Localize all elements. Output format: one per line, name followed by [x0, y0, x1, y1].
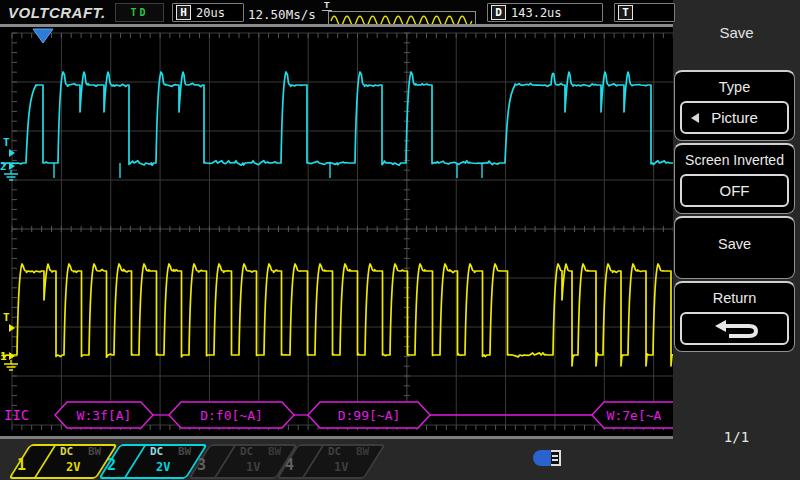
menu-title: Save — [673, 24, 800, 41]
channel-1-coupling: DC — [60, 445, 73, 458]
ch2-trigger-level-label: T — [3, 136, 10, 149]
channel-2-bandwidth: BW — [178, 445, 191, 458]
bottom-separator — [0, 436, 673, 439]
channel-3-coupling: DC — [240, 445, 253, 458]
channel-3-bandwidth: BW — [268, 445, 281, 458]
screen-inverted-label: Screen Inverted — [675, 147, 794, 174]
channel-3-number: 3 — [197, 456, 206, 474]
delay-readout: D 143.2us — [487, 3, 603, 22]
acquisition-mode-badge: TD — [115, 3, 164, 22]
timebase-value: 20us — [196, 6, 225, 20]
channel-1-scale: 2V — [66, 460, 80, 474]
top-separator — [0, 24, 673, 27]
channel-3-scale: 1V — [246, 460, 260, 474]
decode-frame-label: W:7e[~A — [607, 408, 662, 423]
chevron-left-icon — [691, 113, 699, 123]
channel-4-bandwidth: BW — [356, 445, 369, 458]
sample-rate: 12.50Ms/s — [248, 7, 316, 22]
horizontal-timebase-readout: H 20us — [172, 3, 244, 22]
trigger-position-t-label: T — [322, 0, 332, 11]
decode-frame-label: D:f0[~A] — [200, 408, 263, 423]
menu-section-type: Type Picture — [674, 70, 795, 141]
channel-4-number: 4 — [285, 456, 294, 474]
return-arrow-icon — [709, 319, 761, 339]
menu-page-indicator: 1/1 — [673, 429, 800, 445]
channel-2-badge[interactable]: 2 DC BW 2V — [120, 444, 204, 475]
return-label: Return — [675, 285, 794, 312]
menu-section-return: Return — [674, 281, 795, 352]
menu-section-save: Save — [674, 216, 795, 279]
channel-4-badge[interactable]: 4 DC BW 1V — [298, 444, 382, 475]
oscilloscope-screen: { "colors": { "ch1_yellow": "#f0e900", "… — [0, 0, 800, 480]
channel-2-scale: 2V — [156, 460, 170, 474]
channel-2-number: 2 — [107, 456, 116, 474]
return-button[interactable] — [680, 312, 789, 345]
delay-key-icon: D — [491, 5, 506, 20]
trigger-readout: T — [614, 3, 675, 22]
screen-inverted-off-button[interactable]: OFF — [680, 174, 789, 207]
ch1-trigger-level-label: T — [3, 311, 10, 324]
type-label: Type — [675, 74, 794, 101]
delay-value: 143.2us — [511, 6, 562, 20]
decode-frame-label: W:3f[A] — [77, 408, 132, 423]
channel-4-scale: 1V — [334, 460, 348, 474]
decode-frame-label: D:99[~A] — [338, 408, 401, 423]
channel-1-badge[interactable]: 1 DC BW 2V — [30, 444, 114, 475]
ch1-ground-label: 1 — [0, 350, 7, 363]
horizontal-key-icon: H — [176, 5, 191, 20]
save-action-label[interactable]: Save — [675, 220, 794, 272]
type-picture-button[interactable]: Picture — [680, 101, 789, 134]
trigger-key-icon: T — [618, 5, 633, 20]
menu-section-screen-inverted: Screen Inverted OFF — [674, 143, 795, 214]
decode-bus-label: IIC — [4, 407, 29, 423]
channel-2-coupling: DC — [150, 445, 163, 458]
usb-device-icon — [533, 450, 561, 466]
brand-logo: VOLTCRAFT. — [8, 4, 106, 21]
channel-4-coupling: DC — [328, 445, 341, 458]
ch2-ground-label: 2 — [0, 160, 7, 173]
usb-body — [533, 450, 551, 466]
usb-plug — [551, 450, 561, 466]
save-menu-panel: Type Picture Screen Inverted OFF Save Re… — [674, 70, 795, 354]
channel-1-number: 1 — [17, 456, 26, 474]
channel-1-bandwidth: BW — [88, 445, 101, 458]
